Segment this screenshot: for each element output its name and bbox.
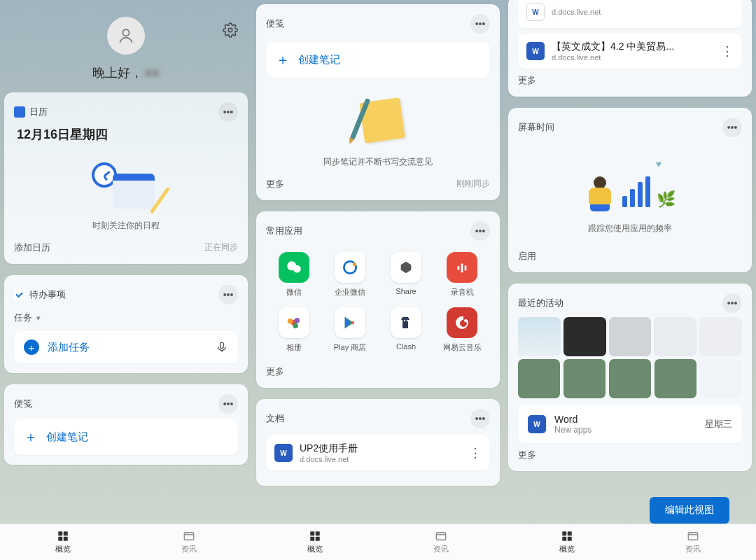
todo-icon	[14, 289, 25, 300]
svg-point-13	[293, 323, 298, 329]
docs-more-link[interactable]: 更多	[518, 74, 742, 87]
more-button[interactable]: •••	[722, 118, 742, 137]
more-button[interactable]: •••	[722, 293, 742, 313]
svg-rect-18	[58, 537, 62, 541]
svg-point-12	[295, 318, 300, 323]
word-icon: W	[274, 444, 293, 462]
screentime-title: 屏幕时间	[518, 121, 554, 134]
svg-rect-9	[465, 265, 467, 270]
notes-sync-status: 刚刚同步	[456, 178, 490, 190]
doc-row[interactable]: W UP2使用手册 d.docs.live.net ⋮	[266, 435, 490, 470]
add-task-label: 添加任务	[48, 341, 90, 354]
recent-thumb[interactable]	[609, 359, 651, 398]
task-tab[interactable]: 任务 ▾	[14, 312, 238, 324]
app-icon	[447, 252, 477, 283]
doc-title: UP2使用手册	[300, 442, 462, 455]
app-item[interactable]: 录音机	[434, 252, 490, 298]
recent-activity-row[interactable]: W Word New apps 星期三	[518, 405, 742, 443]
notes-more-link[interactable]: 更多	[266, 178, 284, 190]
app-icon	[335, 252, 365, 283]
svg-rect-30	[562, 537, 566, 541]
notes-card-bottom: 便笺 ••• ＋ 创建笔记	[4, 384, 248, 465]
profile-header: 晚上好， ■■	[4, 0, 248, 87]
more-button[interactable]: •••	[470, 221, 490, 241]
avatar[interactable]	[107, 17, 145, 55]
nav-overview[interactable]: 概览	[252, 524, 378, 560]
nav-info[interactable]: 资讯	[378, 524, 504, 560]
nav-info[interactable]: 资讯	[126, 524, 252, 560]
svg-rect-2	[220, 342, 224, 348]
recent-thumb[interactable]	[700, 359, 742, 398]
notes-title: 便笺	[266, 18, 284, 30]
chevron-down-icon: ▾	[36, 314, 41, 323]
grid-icon	[309, 530, 321, 542]
screentime-enable-link[interactable]: 启用	[518, 250, 742, 262]
more-button[interactable]: •••	[470, 409, 490, 428]
doc-sub: d.docs.live.net	[300, 455, 462, 463]
recent-more-link[interactable]: 更多	[518, 449, 742, 461]
kebab-icon[interactable]: ⋮	[721, 43, 734, 59]
create-note-button[interactable]: ＋ 创建笔记	[266, 42, 490, 78]
app-label: Play 商店	[334, 342, 366, 353]
more-button[interactable]: •••	[218, 102, 238, 122]
app-item[interactable]: 企业微信	[322, 252, 378, 298]
app-label: 微信	[286, 287, 302, 298]
app-label: 企业微信	[335, 287, 365, 298]
calendar-icon	[14, 106, 25, 118]
app-item[interactable]: 微信	[266, 252, 322, 298]
svg-point-11	[288, 318, 293, 324]
svg-rect-28	[562, 531, 566, 536]
grid-icon	[57, 530, 69, 542]
recent-thumb[interactable]	[654, 317, 696, 356]
notes-title: 便笺	[14, 398, 32, 410]
app-icon	[279, 307, 309, 338]
more-button[interactable]: •••	[218, 394, 238, 414]
add-calendar-link[interactable]: 添加日历	[14, 241, 50, 254]
recent-card: 最近的活动 ••• W Word New ap	[508, 284, 752, 471]
recent-thumb[interactable]	[564, 359, 606, 398]
doc-sub: d.docs.live.net	[552, 53, 714, 62]
apps-more-link[interactable]: 更多	[266, 365, 490, 378]
kebab-icon[interactable]: ⋮	[469, 445, 482, 461]
svg-point-1	[228, 28, 232, 32]
nav-overview[interactable]: 概览	[504, 524, 630, 560]
recent-title: 最近的活动	[518, 297, 564, 309]
news-icon	[435, 530, 447, 542]
svg-point-4	[293, 265, 301, 273]
more-button[interactable]: •••	[218, 285, 238, 304]
add-task-input[interactable]: + 添加任务	[14, 331, 238, 363]
create-note-button[interactable]: ＋ 创建笔记	[14, 419, 238, 455]
app-item[interactable]: Play 商店	[322, 307, 378, 353]
app-item[interactable]: 网易云音乐	[434, 307, 490, 353]
svg-rect-22	[310, 531, 314, 536]
app-item[interactable]: Share	[378, 252, 434, 298]
settings-button[interactable]	[223, 22, 238, 41]
recent-thumb[interactable]	[654, 359, 696, 398]
svg-point-0	[122, 29, 129, 36]
nav-info[interactable]: 资讯	[630, 524, 756, 560]
plus-icon: +	[24, 340, 39, 355]
edit-view-button[interactable]: 编辑此视图	[650, 497, 729, 524]
recent-thumb[interactable]	[564, 317, 606, 356]
app-label: 录音机	[451, 287, 474, 298]
recent-thumb[interactable]	[518, 317, 561, 356]
notes-card: 便笺 ••• ＋ 创建笔记 同步笔记并不断书写交流意见 更多 刚刚同步	[256, 4, 500, 200]
app-item[interactable]: Clash	[378, 307, 434, 353]
svg-rect-20	[184, 533, 194, 540]
mic-icon[interactable]	[216, 341, 228, 354]
doc-row[interactable]: W d.docs.live.net	[518, 0, 742, 28]
more-button[interactable]: •••	[470, 14, 490, 34]
svg-rect-8	[461, 264, 463, 273]
recent-app-name: Word	[554, 414, 592, 425]
calendar-title: 日历	[29, 106, 48, 118]
recent-thumb[interactable]	[518, 359, 560, 398]
svg-rect-31	[568, 537, 572, 541]
svg-rect-19	[64, 537, 68, 541]
doc-row[interactable]: W 【英文成文】4.2 中美贸易... d.docs.live.net ⋮	[518, 34, 742, 69]
app-item[interactable]: 相册	[266, 307, 322, 353]
recent-thumb[interactable]	[699, 317, 742, 356]
recent-thumb[interactable]	[609, 317, 652, 356]
nav-overview[interactable]: 概览	[0, 524, 126, 560]
svg-point-6	[353, 262, 356, 266]
news-icon	[687, 530, 699, 542]
